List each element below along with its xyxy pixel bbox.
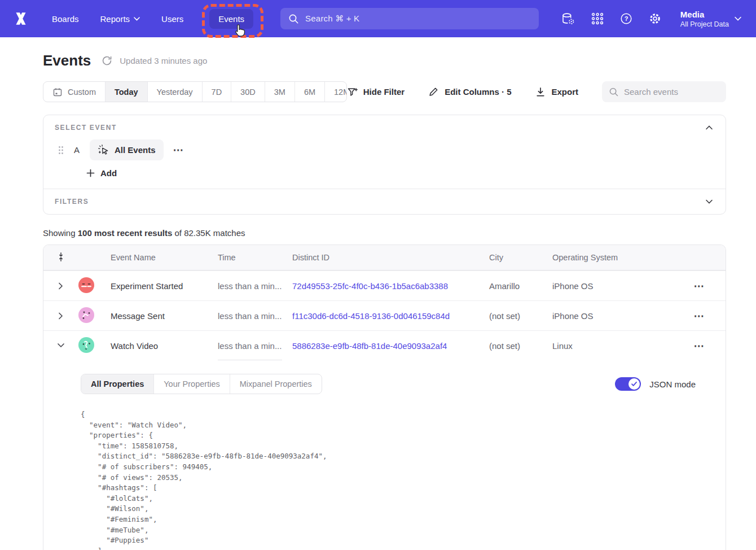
event-avatar — [78, 307, 111, 325]
json-mode-label: JSON mode — [649, 379, 696, 389]
date-range-12m[interactable]: 12M — [324, 82, 347, 102]
date-range-today[interactable]: Today — [105, 82, 147, 102]
table-row[interactable]: Experiment Started less than a min... 72… — [43, 270, 726, 300]
cell-event-name: Watch Video — [111, 341, 218, 351]
cell-os: iPhone OS — [552, 281, 673, 291]
calendar-icon — [52, 87, 63, 97]
row-menu-icon[interactable]: ⋯ — [694, 309, 705, 322]
json-mode-toggle[interactable] — [615, 377, 641, 391]
column-distinct-id: Distinct ID — [292, 253, 489, 262]
table-row-expanded[interactable]: Watch Video less than a min... 5886283e-… — [43, 330, 726, 360]
toggle-knob — [628, 378, 640, 390]
distinct-id-link[interactable]: 72d49553-25fc-4f0c-b436-1b5ac6ab3388 — [292, 281, 448, 291]
cell-city: (not set) — [489, 341, 552, 351]
expand-row-icon[interactable] — [54, 279, 68, 293]
global-search[interactable]: Search ⌘ + K — [280, 8, 539, 29]
distinct-id-link[interactable]: f11c30d6-dc6d-4518-9136-0d046159c84d — [292, 311, 450, 321]
plus-icon — [86, 169, 95, 177]
nav-item-boards[interactable]: Boards — [52, 14, 79, 24]
svg-text:?: ? — [624, 15, 628, 22]
event-avatar — [78, 277, 111, 295]
mixpanel-logo-icon[interactable] — [12, 10, 29, 27]
help-icon[interactable]: ? — [619, 12, 633, 25]
date-range-30d[interactable]: 30D — [231, 82, 265, 102]
project-name: Media — [680, 9, 729, 20]
filter-plus-icon — [347, 86, 358, 98]
cell-event-name: Message Sent — [111, 311, 218, 321]
events-table: Event Name Time Distinct ID City Operati… — [43, 245, 726, 550]
table-header-row: Event Name Time Distinct ID City Operati… — [43, 245, 726, 270]
cell-time: less than a min... — [218, 311, 292, 321]
date-range-7d[interactable]: 7D — [202, 82, 231, 102]
settings-gear-icon[interactable] — [648, 12, 662, 25]
collapse-section-icon[interactable] — [704, 124, 714, 132]
date-range-yesterday[interactable]: Yesterday — [147, 82, 202, 102]
data-management-icon[interactable] — [561, 12, 575, 26]
chevron-down-icon — [134, 17, 140, 21]
search-icon — [288, 14, 299, 24]
table-row[interactable]: Message Sent less than a min... f11c30d6… — [43, 300, 726, 330]
export-button[interactable]: Export — [535, 86, 578, 98]
edit-columns-button[interactable]: Edit Columns · 5 — [428, 86, 511, 98]
top-navbar: Boards Reports Users Events Search ⌘ + K — [0, 0, 756, 37]
refresh-icon[interactable] — [102, 55, 112, 66]
cell-os: iPhone OS — [552, 311, 673, 321]
sparkle-cursor-icon — [98, 144, 109, 156]
distinct-id-link[interactable]: 5886283e-e9fb-48fb-81de-40e9093a2af4 — [292, 341, 447, 351]
collapse-row-icon[interactable] — [54, 339, 68, 352]
date-range-6m[interactable]: 6M — [295, 82, 324, 102]
nav-item-events[interactable]: Events — [209, 9, 253, 29]
results-summary: Showing 100 most recent results of 82.35… — [43, 228, 726, 238]
filters-section[interactable]: FILTERS — [43, 189, 726, 214]
row-menu-icon[interactable]: ⋯ — [694, 280, 705, 293]
page-title: Events — [43, 52, 91, 69]
cell-os: Linux — [552, 341, 673, 351]
project-scope: All Project Data — [680, 20, 729, 29]
row-menu-icon[interactable]: ⋯ — [694, 339, 705, 352]
date-range-control: Custom Today Yesterday 7D 30D 3M 6M 12M — [43, 81, 347, 102]
column-operating-system: Operating System — [552, 253, 673, 262]
sort-time-icon[interactable] — [56, 252, 66, 264]
project-selector[interactable]: Media All Project Data — [680, 9, 741, 29]
nav-item-reports[interactable]: Reports — [100, 14, 140, 24]
event-row-menu-icon[interactable]: ⋯ — [173, 147, 184, 153]
search-events-input[interactable] — [624, 87, 714, 97]
event-avatar — [78, 337, 111, 355]
date-range-3m[interactable]: 3M — [265, 82, 295, 102]
drag-handle-icon[interactable] — [58, 146, 64, 155]
cell-city: Amarillo — [489, 281, 552, 291]
event-detail-panel: All Properties Your Properties Mixpanel … — [43, 360, 726, 550]
tab-all-properties[interactable]: All Properties — [81, 374, 153, 394]
pencil-icon — [428, 86, 439, 98]
expand-row-icon[interactable] — [54, 309, 68, 323]
filters-title: FILTERS — [55, 198, 89, 206]
event-selector-chip[interactable]: All Events — [90, 139, 164, 160]
cell-city: (not set) — [489, 311, 552, 321]
cell-time: less than a min... — [218, 281, 292, 291]
properties-tabs: All Properties Your Properties Mixpanel … — [81, 374, 322, 394]
cell-event-name: Experiment Started — [111, 281, 218, 291]
search-icon — [609, 87, 619, 97]
expand-filters-icon[interactable] — [704, 198, 714, 206]
date-range-custom[interactable]: Custom — [43, 82, 105, 102]
updated-timestamp: Updated 3 minutes ago — [120, 56, 207, 66]
column-time: Time — [218, 253, 292, 262]
column-city: City — [489, 253, 552, 262]
chevron-down-icon — [735, 16, 741, 21]
apps-grid-icon[interactable] — [591, 12, 604, 25]
hide-filter-button[interactable]: Hide Filter — [347, 86, 405, 98]
column-event-name: Event Name — [111, 253, 218, 262]
event-row-letter: A — [73, 145, 80, 155]
tab-mixpanel-properties[interactable]: Mixpanel Properties — [230, 374, 322, 394]
add-event-button[interactable]: Add — [86, 168, 117, 178]
tab-your-properties[interactable]: Your Properties — [153, 374, 229, 394]
query-builder-card: SELECT EVENT A All Events — [43, 115, 726, 215]
select-event-title: SELECT EVENT — [55, 124, 117, 132]
search-events-box — [602, 81, 726, 102]
nav-item-users[interactable]: Users — [161, 14, 183, 24]
global-search-placeholder: Search ⌘ + K — [305, 14, 359, 24]
cell-time: less than a min... — [218, 341, 292, 351]
event-json-view: { "event": "Watch Video", "properties": … — [81, 409, 696, 550]
event-chip-label: All Events — [115, 145, 156, 155]
download-icon — [535, 86, 546, 98]
